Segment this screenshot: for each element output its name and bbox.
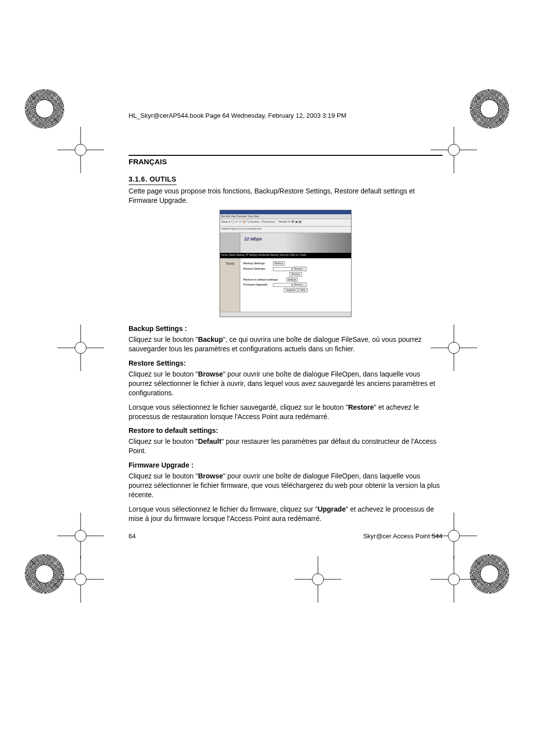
nav-tabs: Home | Basic Setting | IP Setting | Adva…	[220, 253, 351, 258]
restore-paragraph-2: Lorsque vous sélectionnez le fichier sau…	[129, 403, 443, 422]
firmware-heading: Firmware Upgrade :	[129, 461, 443, 470]
registration-mark	[74, 573, 87, 586]
browser-address-bar: Address http://xx.xx.xx.xxx/tools.htm	[220, 227, 351, 233]
registration-mark	[447, 573, 460, 586]
firmware-label: Firmware Upgrade:	[243, 283, 272, 286]
restore-file-input[interactable]	[273, 267, 292, 271]
text: Cliquez sur le bouton "	[129, 335, 198, 343]
page-number: 64	[129, 532, 135, 541]
language-heading: FRANÇAIS	[129, 157, 443, 167]
registration-mark	[447, 529, 460, 542]
registration-mark	[447, 143, 460, 156]
default-button[interactable]: Default	[286, 278, 298, 282]
text: Lorsque vous sélectionnez le fichier du …	[129, 505, 317, 513]
restore-heading: Restore Settings:	[129, 359, 443, 368]
browse-button[interactable]: Browse...	[292, 267, 307, 271]
default-paragraph: Cliquez sur le bouton "Default" pour res…	[129, 437, 443, 456]
embedded-screenshot: File Edit View Favorites Tools Help Back…	[220, 210, 352, 317]
backup-button[interactable]: Backup	[273, 261, 285, 266]
text: Cliquez sur le bouton "	[129, 472, 198, 480]
backup-keyword: Backup	[198, 335, 223, 343]
section-title: 3.1.6. OUTILS	[129, 175, 177, 185]
text: Cliquez sur le bouton "	[129, 370, 198, 378]
default-keyword: Default	[198, 437, 221, 445]
restore-keyword: Restore	[348, 403, 374, 411]
browse-keyword: Browse	[198, 370, 223, 378]
registration-rosette	[470, 554, 509, 594]
upgrade-button[interactable]: Upgrade	[284, 288, 297, 292]
default-heading: Restore to default settings:	[129, 426, 443, 435]
text: Cliquez sur le bouton "	[129, 437, 198, 445]
firmware-browse-button[interactable]: Browse...	[292, 283, 307, 287]
page-banner: 22 Mbps	[220, 233, 351, 253]
browse-keyword: Browse	[198, 472, 223, 480]
firmware-file-input[interactable]	[273, 283, 292, 287]
default-label: Restore to default settings:	[243, 278, 285, 282]
restore-paragraph-1: Cliquez sur le bouton "Browse" pour ouvr…	[129, 370, 443, 398]
backup-label: Backup Settings:	[243, 262, 272, 265]
tools-panel: Backup Settings: Backup Restore Settings…	[240, 258, 351, 313]
registration-mark	[74, 341, 87, 354]
registration-mark	[312, 573, 324, 586]
page-footer: 64 Skyr@cer Access Point 544	[129, 532, 443, 541]
firmware-paragraph-1: Cliquez sur le bouton "Browse" pour ouvr…	[129, 472, 443, 500]
browser-statusbar	[220, 312, 351, 317]
help-button[interactable]: Help	[298, 288, 307, 292]
intro-paragraph: Cette page vous propose trois fonctions,…	[129, 187, 443, 205]
firmware-paragraph-2: Lorsque vous sélectionnez le fichier du …	[129, 505, 443, 523]
registration-mark	[447, 341, 460, 354]
restore-label: Restore Settings:	[243, 267, 272, 271]
browser-menubar: File Edit View Favorites Tools Help	[220, 214, 351, 219]
registration-rosette	[470, 89, 509, 129]
browser-toolbar: Back ▾ ◯ ✕ ⟳ 🏠 🔍Search ☆Favorites 🕑Media…	[220, 219, 351, 227]
backup-heading: Backup Settings :	[129, 324, 443, 333]
registration-rosette	[25, 89, 64, 129]
brand-logo-text: 22 Mbps	[244, 236, 262, 242]
window-titlebar	[220, 210, 351, 214]
upgrade-keyword: Upgrade	[317, 505, 346, 513]
registration-mark	[74, 529, 87, 542]
print-run-header: HL_Skyr@cerAP544.book Page 64 Wednesday,…	[129, 111, 443, 120]
backup-paragraph: Cliquez sur le bouton "Backup", ce qui o…	[129, 335, 443, 354]
banner-image	[220, 233, 240, 253]
divider	[129, 155, 443, 156]
product-name: Skyr@cer Access Point 544	[363, 532, 443, 541]
text: Lorsque vous sélectionnez le fichier sau…	[129, 403, 348, 411]
registration-rosette	[25, 554, 64, 594]
registration-mark	[74, 143, 87, 156]
page-content: HL_Skyr@cerAP544.book Page 64 Wednesday,…	[129, 111, 443, 528]
restore-button[interactable]: Restore	[289, 272, 302, 277]
sidebar-label: Tools	[220, 258, 240, 313]
